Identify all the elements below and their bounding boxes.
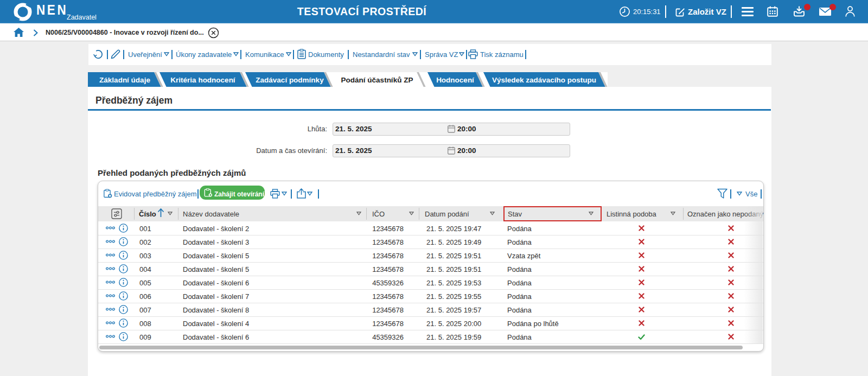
svg-text:Hodnocení: Hodnocení: [436, 76, 475, 84]
svg-text:Výsledek zadávacího postupu: Výsledek zadávacího postupu: [492, 76, 596, 84]
svg-text:Kritéria hodnocení: Kritéria hodnocení: [170, 76, 236, 84]
svg-text:Podání účastníků ZP: Podání účastníků ZP: [341, 76, 413, 84]
svg-text:Zadávací podmínky: Zadávací podmínky: [256, 76, 324, 84]
svg-text:Základní údaje: Základní údaje: [99, 76, 150, 84]
